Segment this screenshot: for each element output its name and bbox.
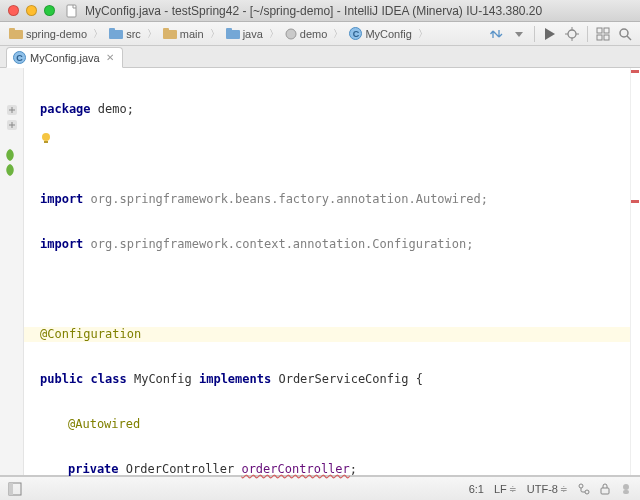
svg-rect-6: [163, 28, 169, 32]
window-titlebar: MyConfig.java - testSpring42 - [~/spring…: [0, 0, 640, 22]
editor-tabs: C MyConfig.java ✕: [0, 46, 640, 68]
project-structure-button[interactable]: [594, 25, 612, 43]
svg-marker-10: [515, 32, 523, 37]
breadcrumb-label: java: [243, 28, 263, 40]
chevron-right-icon: 〉: [332, 27, 344, 41]
keyword: private: [68, 462, 119, 476]
spring-bean-gutter-icon[interactable]: [2, 147, 18, 162]
toolbar-right: [488, 25, 634, 43]
separator: [587, 26, 588, 42]
breadcrumb-label: demo: [300, 28, 328, 40]
breadcrumb-main[interactable]: main: [160, 26, 207, 42]
chevron-right-icon: 〉: [146, 27, 158, 41]
separator: [534, 26, 535, 42]
breadcrumb-package[interactable]: demo: [282, 26, 331, 42]
keyword: import: [40, 192, 83, 206]
code-text: ;: [350, 462, 357, 476]
error-stripe[interactable]: [630, 68, 640, 475]
chevron-right-icon: 〉: [268, 27, 280, 41]
folder-source-icon: [226, 28, 240, 39]
keyword: implements: [199, 372, 271, 386]
chevron-right-icon: 〉: [417, 27, 429, 41]
svg-point-12: [568, 30, 576, 38]
editor[interactable]: package demo; import org.springframework…: [0, 68, 640, 476]
spring-bean-gutter-icon[interactable]: [2, 162, 18, 177]
package-icon: [285, 28, 297, 40]
breadcrumb-label: MyConfig: [365, 28, 411, 40]
svg-rect-2: [9, 28, 15, 32]
update-project-button[interactable]: [488, 25, 506, 43]
svg-rect-19: [597, 35, 602, 40]
error-stripe-marker[interactable]: [631, 70, 639, 73]
window-controls: [8, 5, 55, 16]
breadcrumb-java[interactable]: java: [223, 26, 266, 42]
folder-source-icon: [109, 28, 123, 39]
breadcrumb: spring-demo 〉 src 〉 main 〉 java 〉 demo 〉…: [6, 25, 429, 42]
debug-button[interactable]: [563, 25, 581, 43]
svg-rect-0: [67, 5, 76, 17]
svg-rect-8: [226, 28, 232, 32]
class-icon: C: [13, 51, 26, 64]
annotation: @Configuration: [40, 327, 141, 341]
breadcrumb-src[interactable]: src: [106, 26, 144, 42]
svg-rect-4: [109, 28, 115, 32]
keyword: public class: [40, 372, 127, 386]
import-gutter-icon[interactable]: [4, 117, 20, 132]
folder-icon: [163, 28, 177, 39]
annotation: @Autowired: [68, 417, 140, 431]
tool-window-toggle-button[interactable]: [8, 482, 22, 496]
field-name: orderController: [241, 462, 349, 476]
breadcrumb-label: src: [126, 28, 141, 40]
folder-icon: [9, 28, 23, 39]
error-stripe-marker[interactable]: [631, 200, 639, 203]
code-text: demo;: [91, 102, 134, 116]
code-text: org.springframework.beans.factory.annota…: [83, 192, 488, 206]
file-icon: [65, 4, 79, 18]
keyword: package: [40, 102, 91, 116]
window-title: MyConfig.java - testSpring42 - [~/spring…: [85, 4, 542, 18]
code-text: org.springframework.context.annotation.C…: [83, 237, 473, 251]
code-text: OrderController: [119, 462, 242, 476]
keyword: import: [40, 237, 83, 251]
close-window-button[interactable]: [8, 5, 19, 16]
svg-rect-32: [9, 483, 13, 495]
breadcrumb-project[interactable]: spring-demo: [6, 26, 90, 42]
import-gutter-icon[interactable]: [4, 102, 20, 117]
search-everywhere-button[interactable]: [616, 25, 634, 43]
tab-label: MyConfig.java: [30, 52, 100, 64]
dropdown-chevron-icon[interactable]: [510, 25, 528, 43]
svg-rect-18: [604, 28, 609, 33]
svg-line-22: [627, 36, 631, 40]
minimize-window-button[interactable]: [26, 5, 37, 16]
close-tab-button[interactable]: ✕: [104, 52, 116, 63]
svg-rect-20: [604, 35, 609, 40]
breadcrumb-label: main: [180, 28, 204, 40]
svg-point-9: [286, 29, 296, 39]
class-icon: C: [349, 27, 362, 40]
tab-myconfig[interactable]: C MyConfig.java ✕: [6, 47, 123, 68]
svg-rect-17: [597, 28, 602, 33]
code-text: OrderServiceConfig {: [271, 372, 423, 386]
navigation-toolbar: spring-demo 〉 src 〉 main 〉 java 〉 demo 〉…: [0, 22, 640, 46]
breadcrumb-class[interactable]: C MyConfig: [346, 25, 414, 42]
chevron-right-icon: 〉: [92, 27, 104, 41]
breadcrumb-label: spring-demo: [26, 28, 87, 40]
svg-point-21: [620, 29, 628, 37]
run-button[interactable]: [541, 25, 559, 43]
code-text: MyConfig: [127, 372, 199, 386]
zoom-window-button[interactable]: [44, 5, 55, 16]
chevron-right-icon: 〉: [209, 27, 221, 41]
svg-marker-11: [545, 28, 555, 40]
editor-content[interactable]: package demo; import org.springframework…: [24, 72, 640, 500]
